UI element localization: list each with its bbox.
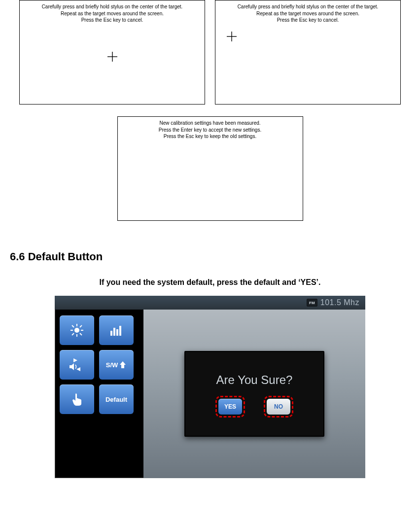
status-bar: FM 101.5 Mhz xyxy=(55,296,365,310)
sw-update-label: S/W xyxy=(106,361,118,369)
brightness-icon xyxy=(70,323,84,338)
brightness-button[interactable] xyxy=(60,315,94,345)
sidebar: S/W Default xyxy=(60,315,139,414)
calib-finish-line-1: New calibration settings have been measu… xyxy=(118,120,303,127)
content-area: Are You Sure? YES NO xyxy=(143,310,365,478)
svg-rect-15 xyxy=(116,329,118,336)
calibration-target-center[interactable] xyxy=(107,51,118,64)
device-screenshot: FM 101.5 Mhz Are You Sure? YES NO xyxy=(55,296,365,478)
calibration-row-2: New calibration settings have been measu… xyxy=(10,116,410,221)
svg-line-10 xyxy=(80,333,82,335)
equalizer-icon xyxy=(109,324,124,337)
equalizer-button[interactable] xyxy=(99,315,134,345)
section-heading: 6.6 Default Button xyxy=(10,250,410,263)
calib-line-1: Carefully press and briefly hold stylus … xyxy=(20,3,205,10)
yes-button-label: YES xyxy=(224,403,236,410)
svg-point-4 xyxy=(74,328,79,333)
svg-line-9 xyxy=(72,325,74,327)
calib-line-2: Repeat as the target moves around the sc… xyxy=(20,10,205,17)
dialog-buttons: YES NO xyxy=(218,399,290,415)
calibration-screen-topleft: Carefully press and briefly hold stylus … xyxy=(215,0,401,104)
touch-button[interactable] xyxy=(60,384,94,414)
yes-button[interactable]: YES xyxy=(218,399,242,415)
svg-rect-14 xyxy=(113,328,115,336)
calibration-screen-finished: New calibration settings have been measu… xyxy=(117,116,303,221)
calibration-target-topleft[interactable] xyxy=(226,31,237,44)
calibration-finished-text: New calibration settings have been measu… xyxy=(118,117,303,140)
calibration-instructions: Carefully press and briefly hold stylus … xyxy=(215,0,400,24)
default-button[interactable]: Default xyxy=(99,384,134,414)
calibration-screen-center: Carefully press and briefly hold stylus … xyxy=(19,0,205,104)
fm-frequency: 101.5 Mhz xyxy=(320,298,359,307)
calibration-row-1: Carefully press and briefly hold stylus … xyxy=(10,0,410,104)
volume-icon xyxy=(69,358,85,371)
dialog-title: Are You Sure? xyxy=(216,373,293,387)
section-subtitle: If you need the system default, press th… xyxy=(10,278,410,287)
calib-finish-line-3: Press the Esc key to keep the old settin… xyxy=(118,133,303,140)
fm-icon: FM xyxy=(307,299,317,307)
sw-update-button[interactable]: S/W xyxy=(99,350,134,380)
svg-marker-17 xyxy=(70,363,74,370)
svg-rect-13 xyxy=(110,331,112,336)
calib-finish-line-2: Press the Enter key to accept the new se… xyxy=(118,127,303,134)
default-button-label: Default xyxy=(105,396,127,403)
svg-rect-16 xyxy=(119,326,121,336)
volume-button[interactable] xyxy=(60,350,94,380)
calib-line-1: Carefully press and briefly hold stylus … xyxy=(215,3,400,10)
svg-line-11 xyxy=(72,333,74,335)
svg-line-12 xyxy=(80,325,82,327)
no-button-label: NO xyxy=(274,403,283,410)
touch-icon xyxy=(70,392,83,407)
calibration-instructions: Carefully press and briefly hold stylus … xyxy=(20,0,205,24)
calib-line-2: Repeat as the target moves around the sc… xyxy=(215,10,400,17)
no-button[interactable]: NO xyxy=(267,399,290,415)
confirm-dialog: Are You Sure? YES NO xyxy=(184,351,324,437)
up-arrow-icon xyxy=(119,360,127,369)
calib-line-3: Press the Esc key to cancel. xyxy=(215,17,400,24)
calib-line-3: Press the Esc key to cancel. xyxy=(20,17,205,24)
